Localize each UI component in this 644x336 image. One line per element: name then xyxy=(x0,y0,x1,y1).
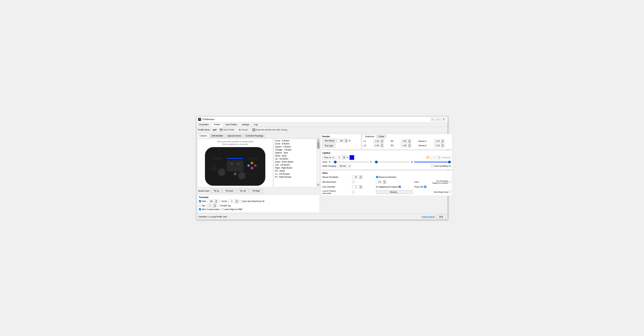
tilt-up-button[interactable]: Tilt Up xyxy=(211,189,222,193)
scroll-checkbox[interactable] xyxy=(219,200,221,202)
sixaxis-x-input[interactable] xyxy=(434,139,442,143)
idle-up[interactable]: ▲ xyxy=(384,180,386,182)
scroll-thumb[interactable] xyxy=(317,142,320,149)
minimize-button[interactable]: — xyxy=(430,117,435,121)
ms-down[interactable]: ▼ xyxy=(360,177,362,179)
tab-log[interactable]: Log xyxy=(252,122,260,127)
r-slider[interactable] xyxy=(332,162,369,162)
curve-tab[interactable]: Curve xyxy=(376,135,386,138)
mouse-accel-label[interactable]: Mouse Acceleration xyxy=(376,176,451,178)
flush-hid-label[interactable]: Flush HID xyxy=(414,186,451,188)
sz-up[interactable]: ▲ xyxy=(442,144,444,145)
start-off-checkbox[interactable] xyxy=(240,200,242,202)
flash-down[interactable]: ▼ xyxy=(343,157,346,159)
rs-input[interactable] xyxy=(401,144,408,147)
jitter-checkbox[interactable] xyxy=(199,208,201,210)
l2-down[interactable]: ▼ xyxy=(381,141,384,143)
scroll-spin-up[interactable]: ▲ xyxy=(236,200,238,201)
tap-spin-up[interactable]: ▲ xyxy=(214,204,216,206)
list-item[interactable]: Up : Up Button xyxy=(274,157,316,160)
flush-hid-checkbox[interactable] xyxy=(424,186,426,188)
tilt-right-button[interactable]: Tilt Right xyxy=(250,189,262,193)
deadzone-tab[interactable]: Deadzone xyxy=(363,135,376,138)
tilt-left-button[interactable]: Tilt Left xyxy=(237,189,249,193)
save-profile-button[interactable]: 💾 Save Profile xyxy=(218,128,236,132)
close-button[interactable]: ✕ xyxy=(441,117,446,121)
tap-spin-down[interactable]: ▼ xyxy=(214,206,216,208)
lower-right-checkbox[interactable] xyxy=(221,208,223,210)
idle-disconnect-checkbox[interactable] xyxy=(352,181,354,183)
color-battery-label[interactable]: Color by Battery % xyxy=(431,165,451,167)
list-item[interactable]: Options : Start xyxy=(274,151,316,154)
ls-input[interactable] xyxy=(374,144,381,147)
list-item[interactable]: Cross : A Button xyxy=(274,139,316,142)
rumble-heavy-input[interactable] xyxy=(338,139,345,142)
color-battery-checkbox[interactable] xyxy=(431,165,433,167)
idle-checkbox-label[interactable] xyxy=(352,181,374,183)
tab-auto-profiles[interactable]: Auto Profiles xyxy=(223,122,239,127)
tab-settings[interactable]: Settings xyxy=(239,122,252,127)
idle-down[interactable]: ▼ xyxy=(384,182,386,184)
browse-button[interactable]: Browse... xyxy=(376,190,412,194)
launch-checkbox-label[interactable] xyxy=(352,191,374,193)
list-item[interactable]: Circle : B Button xyxy=(274,142,316,145)
color-swatch[interactable] xyxy=(350,155,354,160)
list-item[interactable]: Down : Down Button xyxy=(274,160,316,163)
test-heavy-button[interactable]: Test Heavy xyxy=(322,139,336,143)
controller-image[interactable] xyxy=(205,147,265,186)
scroll-spin-down[interactable]: ▼ xyxy=(236,201,238,203)
tab-controls[interactable]: Controls xyxy=(198,134,209,138)
secs-down[interactable]: ▼ xyxy=(438,157,440,159)
l2-input[interactable] xyxy=(374,139,381,143)
scroll-down-arrow[interactable]: ▼ xyxy=(317,184,320,186)
list-item[interactable]: PS : Guide xyxy=(274,170,316,173)
list-item[interactable]: Triangle : Y Button xyxy=(274,148,316,151)
tap-value-input[interactable] xyxy=(206,204,214,207)
mouse-sensitivity-input[interactable] xyxy=(352,176,360,179)
rumble-heavy-up[interactable]: ▲ xyxy=(345,139,348,141)
tap-checkbox[interactable] xyxy=(199,205,201,207)
idle-value-input[interactable] xyxy=(376,180,384,184)
scroll-up-arrow[interactable]: ▲ xyxy=(317,139,320,141)
list-item[interactable]: L1 : Left Bumper xyxy=(274,173,316,176)
start-off-checkbox-label[interactable]: Start with Slide/Scroll off xyxy=(240,200,264,203)
tilt-down-button[interactable]: Tilt Down xyxy=(223,189,236,193)
flash-up[interactable]: ▲ xyxy=(343,156,346,157)
tab-profiles[interactable]: Profiles xyxy=(211,122,223,127)
cn-up[interactable]: ▲ xyxy=(360,185,362,187)
rs-down[interactable]: ▼ xyxy=(408,145,411,147)
ms-up[interactable]: ▲ xyxy=(360,175,362,177)
list-item[interactable]: R1 : Right Bumper xyxy=(274,176,316,179)
for-mapping-checkbox[interactable] xyxy=(399,186,401,188)
jitter-checkbox-label[interactable]: Jitter Compensation xyxy=(199,208,220,211)
use-dinput-label[interactable]: Use Dinput only xyxy=(414,191,451,193)
r2-down[interactable]: ▼ xyxy=(408,141,411,143)
list-item[interactable]: Share : Back xyxy=(274,154,316,157)
cn-down[interactable]: ▼ xyxy=(360,187,362,189)
tap-checkbox-label[interactable]: Tap xyxy=(199,205,205,207)
controller-num-input[interactable] xyxy=(352,185,360,189)
ls-up[interactable]: ▲ xyxy=(381,144,384,145)
sx-down[interactable]: ▼ xyxy=(442,141,444,143)
flash-select[interactable]: Flash at xyxy=(322,156,334,159)
slide-value-input[interactable] xyxy=(208,200,215,203)
ls-down[interactable]: ▼ xyxy=(381,145,384,147)
tab-shift-modifier[interactable]: Shift Modifier xyxy=(209,134,226,138)
secs-up[interactable]: ▲ xyxy=(438,156,440,157)
r2-input[interactable] xyxy=(401,139,408,143)
sixaxis-z-input[interactable] xyxy=(434,144,442,147)
slide-checkbox[interactable] xyxy=(199,200,201,202)
flash-value-input[interactable] xyxy=(336,156,343,159)
lower-right-checkbox-label[interactable]: Lower Right as RMB xyxy=(221,208,242,211)
double-tap-checkbox[interactable] xyxy=(218,205,220,207)
r2-up[interactable]: ▲ xyxy=(408,139,411,141)
l2-up[interactable]: ▲ xyxy=(381,139,384,141)
stop-button[interactable]: Stop xyxy=(436,215,446,219)
sx-up[interactable]: ▲ xyxy=(442,139,444,141)
hotkeys-link[interactable]: Hotkeys/About xyxy=(422,216,435,218)
mouse-accel-checkbox[interactable] xyxy=(376,176,378,178)
test-light-button[interactable]: Test Light xyxy=(322,144,335,148)
scroll-value-input[interactable] xyxy=(228,200,236,203)
scroll-checkbox-label[interactable]: Scroll xyxy=(219,200,227,203)
use-touchpad-checkbox[interactable] xyxy=(448,181,451,183)
